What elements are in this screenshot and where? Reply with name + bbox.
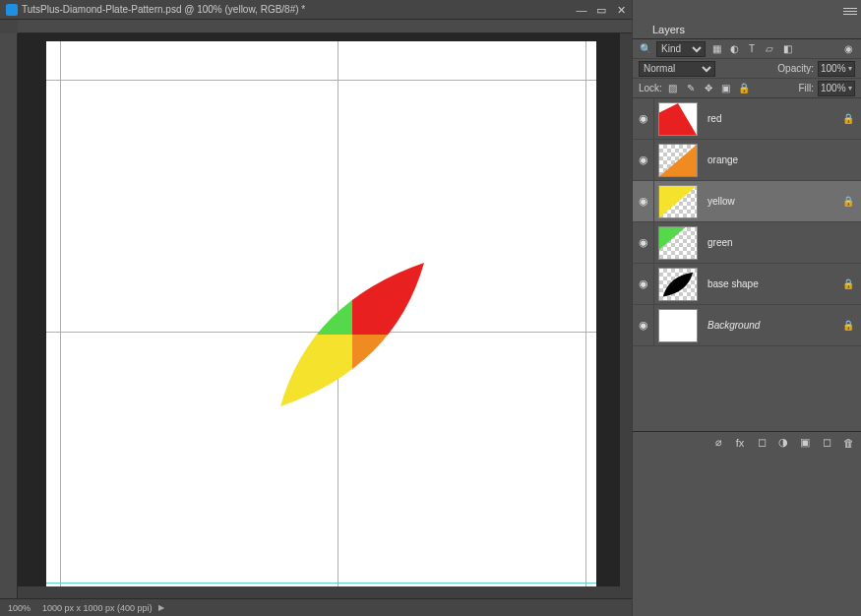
layers-panel-dock: Layers 🔍 Kind ▦ ◐ T ▱ ◧ ◉ Normal Opacity…: [633, 0, 861, 616]
scrollbar-horizontal[interactable]: [18, 586, 620, 598]
layer-thumbnail[interactable]: [658, 226, 698, 260]
lock-icon[interactable]: 🔒: [839, 320, 857, 331]
lock-icon[interactable]: 🔒: [839, 196, 857, 207]
lock-label: Lock:: [639, 83, 662, 93]
layer-style-icon[interactable]: fx: [733, 437, 747, 449]
ruler-horizontal[interactable]: [18, 20, 632, 33]
blend-mode-select[interactable]: Normal: [639, 61, 715, 77]
layer-name[interactable]: Background: [707, 320, 839, 331]
filter-adjust-icon[interactable]: ◐: [727, 42, 741, 56]
fill-input[interactable]: 100%▾: [818, 81, 855, 96]
svg-marker-7: [659, 227, 686, 250]
adjustment-layer-icon[interactable]: ◑: [776, 436, 790, 449]
guide-horizontal[interactable]: [46, 583, 596, 584]
panel-flyout-menu-button[interactable]: [843, 4, 857, 18]
ruler-vertical[interactable]: [0, 33, 18, 598]
visibility-toggle[interactable]: ◉: [633, 181, 654, 221]
guide-vertical[interactable]: [585, 41, 586, 588]
layer-filter-row: 🔍 Kind ▦ ◐ T ▱ ◧ ◉: [633, 39, 861, 59]
document-title: TutsPlus-Diamond-Plate-Pattern.psd @ 100…: [22, 4, 626, 15]
minimize-button[interactable]: —: [575, 4, 588, 16]
opacity-input[interactable]: 100%▾: [818, 61, 855, 77]
opacity-label: Opacity:: [777, 63, 814, 74]
layer-thumbnail[interactable]: [658, 309, 698, 342]
visibility-toggle[interactable]: ◉: [633, 98, 654, 139]
lock-row: Lock: ▨ ✎ ✥ ▣ 🔒 Fill: 100%▾: [633, 79, 861, 98]
svg-rect-3: [352, 243, 444, 335]
layer-row-Background[interactable]: ◉Background🔒: [633, 305, 861, 346]
layer-name[interactable]: orange: [707, 154, 839, 165]
app-icon: [6, 4, 18, 16]
lock-icon[interactable]: 🔒: [839, 278, 857, 289]
lock-all-icon[interactable]: 🔒: [737, 83, 751, 93]
maximize-button[interactable]: ▭: [594, 4, 608, 17]
new-layer-icon[interactable]: ◻: [820, 436, 833, 449]
layer-name[interactable]: green: [707, 237, 839, 248]
filter-shape-icon[interactable]: ▱: [763, 42, 776, 56]
filter-type-icon[interactable]: T: [745, 42, 759, 56]
new-group-icon[interactable]: ▣: [798, 436, 812, 449]
svg-marker-4: [659, 103, 697, 135]
svg-rect-1: [352, 335, 444, 426]
scrollbar-vertical[interactable]: [620, 33, 632, 598]
lock-icon[interactable]: 🔒: [839, 113, 857, 124]
layer-row-red[interactable]: ◉red🔒: [633, 98, 861, 140]
layer-row-base-shape[interactable]: ◉base shape🔒: [633, 264, 861, 305]
layer-row-yellow[interactable]: ◉yellow🔒: [633, 181, 861, 222]
lock-brush-icon[interactable]: ✎: [684, 83, 698, 93]
filter-smart-icon[interactable]: ◧: [780, 42, 794, 56]
layer-name[interactable]: base shape: [707, 278, 839, 289]
svg-marker-5: [659, 145, 697, 176]
document-titlebar[interactable]: TutsPlus-Diamond-Plate-Pattern.psd @ 100…: [0, 0, 632, 20]
lock-position-icon[interactable]: ✥: [702, 83, 715, 93]
layer-list[interactable]: ◉red🔒◉orange◉yellow🔒◉green◉base shape🔒◉B…: [633, 98, 861, 431]
filter-kind-select[interactable]: Kind: [656, 41, 706, 57]
layer-thumbnail[interactable]: [658, 144, 698, 177]
layer-thumbnail[interactable]: [658, 102, 698, 136]
link-layers-icon[interactable]: ⌀: [711, 436, 725, 449]
close-button[interactable]: ✕: [614, 4, 628, 17]
search-icon[interactable]: 🔍: [639, 42, 652, 56]
delete-layer-icon[interactable]: 🗑: [841, 437, 855, 449]
svg-rect-2: [261, 243, 352, 335]
layer-row-green[interactable]: ◉green: [633, 222, 861, 264]
fill-label: Fill:: [798, 83, 814, 93]
layer-name[interactable]: yellow: [707, 196, 839, 207]
document-window: TutsPlus-Diamond-Plate-Pattern.psd @ 100…: [0, 0, 632, 616]
visibility-toggle[interactable]: ◉: [633, 140, 654, 180]
layer-row-orange[interactable]: ◉orange: [633, 140, 861, 181]
layers-panel-footer: ⌀ fx ◻ ◑ ▣ ◻ 🗑: [633, 431, 861, 453]
blend-mode-row: Normal Opacity: 100%▾: [633, 59, 861, 79]
layer-name[interactable]: red: [707, 113, 839, 124]
layer-thumbnail[interactable]: [658, 268, 698, 301]
filter-toggle-icon[interactable]: ◉: [841, 42, 855, 56]
layer-mask-icon[interactable]: ◻: [755, 436, 769, 449]
tab-layers[interactable]: Layers: [641, 21, 697, 38]
chevron-right-icon: ▶: [158, 603, 164, 612]
layers-panel: Layers 🔍 Kind ▦ ◐ T ▱ ◧ ◉ Normal Opacity…: [633, 18, 861, 453]
status-bar: 100% 1000 px x 1000 px (400 ppi) ▶: [0, 598, 632, 616]
status-dimensions[interactable]: 1000 px x 1000 px (400 ppi) ▶: [42, 603, 164, 613]
svg-rect-0: [261, 335, 352, 426]
lock-transparency-icon[interactable]: ▨: [666, 83, 680, 93]
filter-pixel-icon[interactable]: ▦: [709, 42, 723, 56]
canvas-artwork: [261, 243, 444, 426]
canvas-area[interactable]: [18, 33, 632, 598]
layer-thumbnail[interactable]: [658, 185, 698, 218]
visibility-toggle[interactable]: ◉: [633, 264, 654, 304]
svg-marker-6: [659, 186, 697, 217]
lock-artboard-icon[interactable]: ▣: [719, 83, 733, 93]
panel-tabbar: Layers: [633, 18, 861, 39]
status-zoom[interactable]: 100%: [8, 603, 31, 613]
guide-horizontal[interactable]: [46, 80, 596, 81]
artboard[interactable]: [46, 41, 596, 588]
guide-vertical[interactable]: [60, 41, 61, 588]
visibility-toggle[interactable]: ◉: [633, 305, 654, 345]
visibility-toggle[interactable]: ◉: [633, 222, 654, 263]
